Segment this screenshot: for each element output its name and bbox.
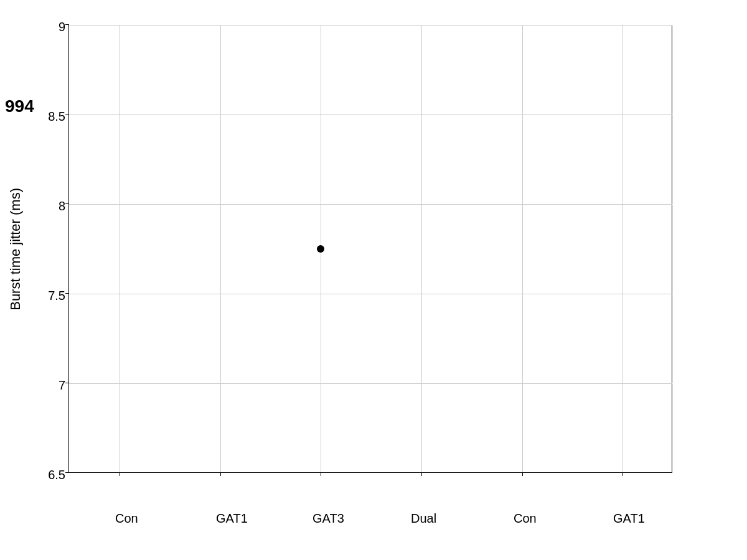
x-grid-4	[421, 25, 422, 472]
ytick-mark-65	[65, 472, 69, 473]
annotation-994: 994	[5, 96, 34, 116]
ytick-mark-7	[65, 383, 69, 383]
grid-line-75	[69, 294, 672, 294]
y-tick-label-85: 8.5	[32, 110, 65, 124]
chart-area	[68, 25, 672, 473]
y-tick-label-65: 6.5	[32, 468, 65, 482]
ytick-mark-85	[65, 114, 69, 114]
x-grid-2	[220, 25, 221, 472]
xtick-mark-1	[120, 472, 120, 476]
grid-line-9	[69, 25, 672, 26]
grid-line-7	[69, 383, 672, 384]
x-grid-5	[522, 25, 523, 472]
x-grid-1	[120, 25, 120, 472]
xtick-mark-6	[622, 472, 623, 476]
y-axis-label: Burst time jitter (ms)	[7, 188, 24, 310]
ytick-mark-75	[65, 293, 69, 294]
x-grid-6	[622, 25, 623, 472]
grid-line-85	[69, 114, 672, 115]
data-point-gat3	[317, 245, 324, 253]
xtick-mark-2	[220, 472, 221, 476]
y-tick-label-7: 7	[37, 378, 65, 393]
chart-right-border	[672, 25, 672, 472]
y-tick-label-8: 8	[37, 199, 65, 213]
ytick-mark-9	[65, 24, 69, 25]
xtick-mark-3	[321, 472, 321, 476]
grid-line-8	[69, 204, 672, 205]
y-tick-label-75: 7.5	[32, 289, 65, 303]
y-tick-label-9: 9	[37, 20, 65, 34]
xtick-mark-5	[522, 472, 523, 476]
xtick-mark-4	[421, 472, 422, 476]
ytick-mark-8	[65, 203, 69, 204]
chart-container: Burst time jitter (ms) 994 9 8.5 8 7.5 7…	[0, 0, 747, 560]
